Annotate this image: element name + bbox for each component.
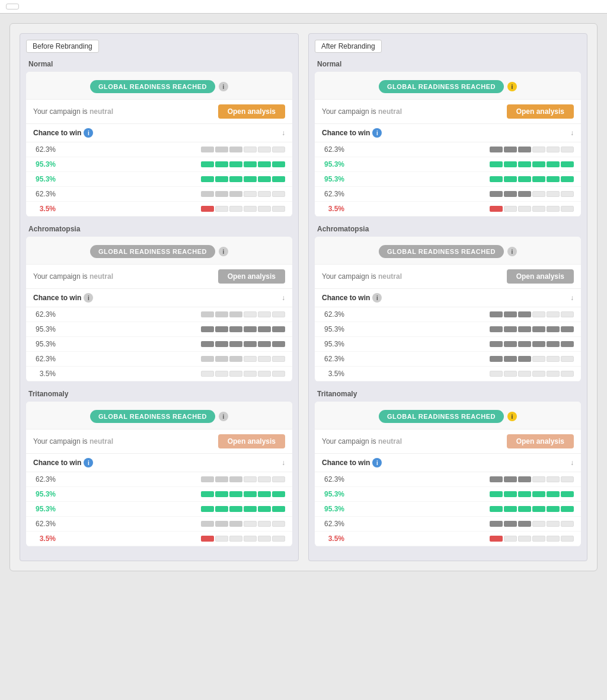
data-row: 62.3% [26,142,292,157]
percentage-value: 62.3% [33,475,56,483]
card-header: GLOBAL READINESS REACHEDi [26,402,292,429]
percentage-value: 95.3% [322,505,344,513]
info-icon[interactable]: i [372,128,382,138]
section-card-normal: GLOBAL READINESS REACHEDiYour campaign i… [26,72,292,217]
open-analysis-button[interactable]: Open analysis [507,269,574,284]
data-row: 95.3% [315,172,581,187]
bar-segment [201,191,214,197]
open-analysis-button[interactable]: Open analysis [507,434,574,448]
neutral-campaign-text: Your campaign is neutral [322,107,402,116]
bar-segment [229,356,242,362]
percentage-value: 95.3% [322,340,344,348]
percentage-value: 3.5% [322,205,344,213]
data-row: 62.3% [315,352,581,367]
bar-segment [547,506,560,512]
bar-segment [504,371,517,377]
data-row: 62.3% [315,517,581,532]
bar-segment [201,506,214,512]
bar-segment [244,341,257,347]
sort-down-icon[interactable]: ↓ [570,459,574,467]
bar-segment [258,491,271,497]
percentage-value: 62.3% [322,475,344,483]
info-icon[interactable]: i [507,412,517,421]
bar-segment [561,147,574,152]
bar-container [490,206,574,212]
bar-container [201,371,285,377]
open-analysis-button[interactable]: Open analysis [218,434,285,448]
bar-container [201,161,285,167]
percentage-value: 95.3% [322,160,344,168]
bar-segment [518,161,531,167]
sort-down-icon[interactable]: ↓ [570,129,574,137]
bar-segment [244,311,257,317]
chance-to-win-row: Chance to wini↓ [26,454,292,472]
percentage-value: 95.3% [33,325,56,333]
info-icon[interactable]: i [219,412,228,421]
bar-container [490,521,574,527]
bar-segment [532,521,545,527]
bar-segment [518,491,531,497]
bar-segment [518,356,531,362]
bar-segment [504,191,517,197]
bar-segment [229,147,242,152]
bar-segment [229,371,242,377]
bar-segment [215,147,228,152]
bar-segment [201,161,214,167]
bar-segment [201,491,214,497]
bar-segment [490,371,503,377]
bar-segment [272,147,285,152]
bar-container [490,506,574,512]
chance-to-win-row: Chance to wini↓ [26,289,292,307]
info-icon[interactable]: i [372,458,382,467]
bar-segment [504,147,517,152]
open-analysis-button[interactable]: Open analysis [218,269,285,284]
info-icon[interactable]: i [84,458,93,467]
readiness-badge: GLOBAL READINESS REACHED [90,80,215,93]
bar-segment [490,521,503,527]
percentage-value: 62.3% [33,355,56,363]
bar-segment [547,371,560,377]
data-row: 95.3% [26,157,292,172]
info-icon[interactable]: i [219,82,228,91]
bar-segment [504,356,517,362]
bar-segment [215,536,228,542]
percentage-value: 62.3% [322,190,344,198]
data-row: 95.3% [315,337,581,352]
bar-segment [490,206,503,212]
column-tab[interactable]: Before Rebranding [26,40,99,53]
bar-segment [518,536,531,542]
bar-container [490,491,574,497]
info-icon[interactable]: i [84,128,93,138]
sort-down-icon[interactable]: ↓ [282,129,285,137]
bar-segment [215,506,228,512]
sort-down-icon[interactable]: ↓ [282,294,285,302]
bar-segment [547,326,560,332]
bar-segment [490,176,503,182]
bar-segment [201,206,214,212]
readiness-badge: GLOBAL READINESS REACHED [379,410,504,423]
bar-container [201,311,285,317]
bar-segment [215,206,228,212]
readiness-badge: GLOBAL READINESS REACHED [90,410,215,423]
bar-segment [258,521,271,527]
info-icon[interactable]: i [507,82,517,91]
open-analysis-button[interactable]: Open analysis [507,104,574,119]
info-icon[interactable]: i [372,293,382,303]
bar-segment [201,371,214,377]
percentage-value: 95.3% [322,490,344,498]
bar-segment [244,191,257,197]
sort-down-icon[interactable]: ↓ [570,294,574,302]
bar-container [201,506,285,512]
bar-container [490,341,574,347]
top-tab-before-after[interactable] [6,4,19,9]
bar-segment [272,491,285,497]
open-analysis-button[interactable]: Open analysis [218,104,285,119]
column-tab[interactable]: After Rebranding [315,40,382,53]
bar-segment [215,176,228,182]
neutral-row: Your campaign is neutralOpen analysis [26,100,292,124]
info-icon[interactable]: i [84,293,93,303]
section-label: Achromatopsia [28,225,292,233]
info-icon[interactable]: i [219,247,228,256]
info-icon[interactable]: i [507,247,517,256]
sort-down-icon[interactable]: ↓ [282,459,285,467]
